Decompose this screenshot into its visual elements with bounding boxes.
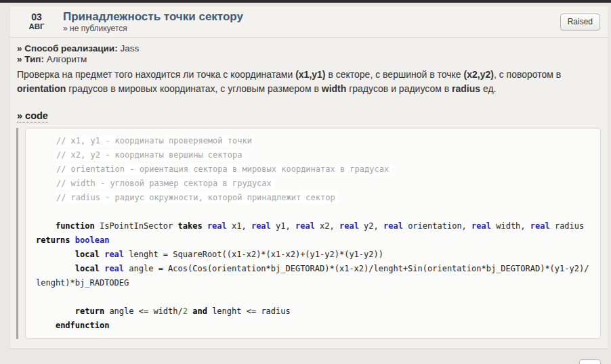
post-date-month: АВГ (21, 22, 52, 31)
code-quote-section: // x1, y1 - координаты проверяемой точки… (16, 128, 601, 339)
post-subtitle: » не публикуется (63, 24, 560, 34)
next-post-raised-button-partial[interactable] (579, 359, 601, 364)
code-line: // orientation - ориентация сектора в ми… (36, 162, 590, 177)
meta-row: » Способ реализации: Jass (17, 43, 601, 54)
post-body: » Способ реализации: Jass» Тип: Алгоритм… (10, 38, 608, 348)
code-line (36, 290, 590, 304)
meta-rows: » Способ реализации: Jass» Тип: Алгоритм (17, 43, 601, 65)
code-line: function IsPointInSector takes real x1, … (36, 219, 590, 248)
post-description: Проверка на предмет того находится ли то… (17, 68, 601, 96)
top-bar (0, 0, 611, 3)
post-title[interactable]: Принадлежность точки сектору (63, 10, 560, 23)
post-title-block: Принадлежность точки сектору » не публик… (63, 10, 560, 34)
code-line (36, 205, 590, 219)
code-line: local real lenght = SquareRoot((x1-x2)*(… (36, 248, 590, 262)
code-line: // radius - радиус окружности, которой п… (36, 191, 590, 205)
raised-button[interactable]: Raised (560, 14, 600, 30)
post-card: 03 АВГ Принадлежность точки сектору » не… (9, 7, 608, 349)
code-line: // width - угловой размер сектора в груд… (36, 177, 590, 191)
meta-row: » Тип: Алгоритм (17, 54, 601, 65)
code-line: return angle <= width/2 and lenght <= ra… (36, 304, 590, 319)
code-line: // x2, y2 - координаты вершины сектора (36, 148, 590, 162)
post-header: 03 АВГ Принадлежность точки сектору » не… (10, 7, 608, 38)
code-toggle[interactable]: » code (17, 110, 48, 122)
code-block: // x1, y1 - координаты проверяемой точки… (25, 128, 601, 339)
post-date-day: 03 (21, 12, 52, 22)
code-line: endfunction (36, 319, 590, 333)
code-line: local real angle = Acos(Cos(orientation*… (36, 262, 590, 290)
post-date: 03 АВГ (21, 12, 52, 31)
code-line: // x1, y1 - координаты проверяемой точки (36, 134, 590, 148)
